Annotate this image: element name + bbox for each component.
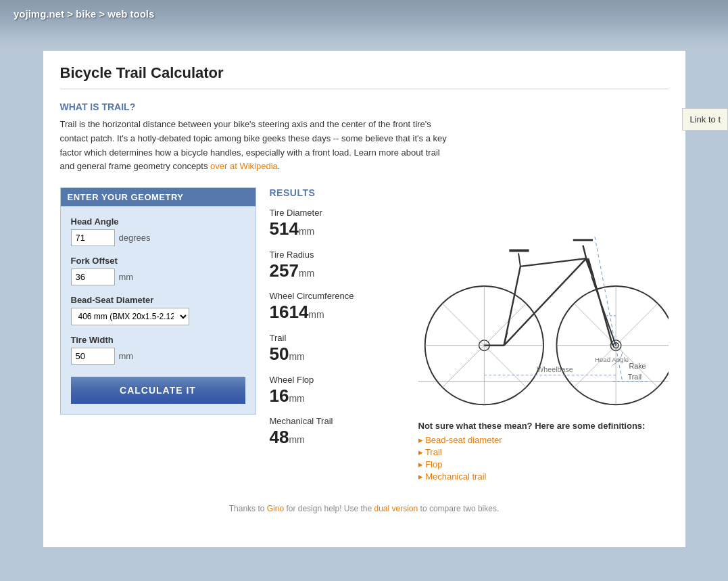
def-link-flop[interactable]: Flop	[418, 459, 669, 469]
input-panel: ENTER YOUR GEOMETRY Head Angle degrees F…	[60, 187, 256, 415]
what-is-trail-heading: WHAT IS TRAIL?	[60, 101, 669, 112]
tire-width-group: Tire Width mm	[71, 335, 245, 365]
footer: Thanks to Gino for design help! Use the …	[60, 504, 669, 527]
tire-width-label: Tire Width	[71, 335, 245, 345]
svg-line-15	[504, 258, 586, 346]
bike-diagram: Rake Trail Wheelbase Head Angle	[418, 187, 669, 411]
svg-line-14	[520, 258, 585, 266]
bead-seat-group: Bead-Seat Diameter 406 mm (BMX 20x1.5-2.…	[71, 295, 245, 325]
head-angle-group: Head Angle degrees	[71, 216, 245, 246]
form-header: ENTER YOUR GEOMETRY	[61, 188, 256, 206]
result-trail: Trail 50mm	[270, 333, 405, 364]
diagram-section: Rake Trail Wheelbase Head Angle Not sure…	[418, 187, 669, 484]
tire-width-input[interactable]	[71, 348, 115, 365]
fork-offset-label: Fork Offset	[71, 256, 245, 266]
result-wheel-flop-value: 16mm	[270, 386, 405, 406]
fork-offset-input[interactable]	[71, 269, 115, 285]
definitions-heading: Not sure what these mean? Here are some …	[418, 421, 669, 431]
result-tire-radius: Tire Radius 257mm	[270, 250, 405, 281]
result-mechanical-trail-label: Mechanical Trail	[270, 416, 405, 426]
svg-line-21	[583, 246, 586, 258]
result-wheel-circumference-label: Wheel Circumference	[270, 291, 405, 301]
footer-text-before: Thanks to	[229, 504, 267, 513]
results-panel: RESULTS Tire Diameter 514mm Tire Radius …	[270, 187, 405, 458]
fork-offset-group: Fork Offset mm	[71, 256, 245, 285]
svg-text:Wheelbase: Wheelbase	[537, 365, 573, 373]
def-link-bead-seat[interactable]: Bead-seat diameter	[418, 435, 669, 445]
svg-text:Head Angle: Head Angle	[594, 356, 628, 363]
result-trail-label: Trail	[270, 333, 405, 343]
def-link-trail[interactable]: Trail	[418, 447, 669, 457]
results-heading: RESULTS	[270, 187, 405, 198]
def-link-mechanical-trail[interactable]: Mechanical trail	[418, 471, 669, 482]
result-mechanical-trail: Mechanical Trail 48mm	[270, 416, 405, 447]
result-tire-diameter-value: 514mm	[270, 219, 405, 239]
result-trail-value: 50mm	[270, 344, 405, 364]
svg-line-23	[518, 254, 520, 266]
head-angle-label: Head Angle	[71, 216, 245, 227]
geometry-form: ENTER YOUR GEOMETRY Head Angle degrees F…	[60, 187, 256, 415]
result-tire-diameter: Tire Diameter 514mm	[270, 208, 405, 239]
footer-text-after: to compare two bikes.	[418, 504, 499, 513]
svg-text:Trail: Trail	[627, 373, 641, 381]
description-text: Trail is the horizontal distance between…	[60, 118, 452, 174]
dual-version-link[interactable]: dual version	[374, 504, 418, 513]
bead-seat-select[interactable]: 406 mm (BMX 20x1.5-2.125) 559 mm (26" mo…	[71, 308, 189, 325]
result-wheel-circumference-value: 1614mm	[270, 302, 405, 322]
result-tire-diameter-label: Tire Diameter	[270, 208, 405, 218]
breadcrumb: yojimg.net > bike > web tools	[14, 8, 154, 20]
fork-offset-unit: mm	[119, 272, 134, 282]
svg-text:Rake: Rake	[629, 362, 646, 370]
wikipedia-link[interactable]: over at Wikipedia	[210, 161, 278, 171]
head-angle-input[interactable]	[71, 229, 115, 246]
result-wheel-flop-label: Wheel Flop	[270, 375, 405, 385]
result-wheel-flop: Wheel Flop 16mm	[270, 375, 405, 406]
footer-text-middle: for design help! Use the	[284, 504, 374, 513]
result-wheel-circumference: Wheel Circumference 1614mm	[270, 291, 405, 322]
result-tire-radius-value: 257mm	[270, 261, 405, 281]
tire-width-unit: mm	[119, 351, 134, 361]
header-banner: yojimg.net > bike > web tools	[0, 0, 728, 51]
gino-link[interactable]: Gino	[267, 504, 284, 513]
result-mechanical-trail-value: 48mm	[270, 427, 405, 447]
link-to-button[interactable]: Link to t	[682, 108, 728, 131]
calculate-button[interactable]: CALCULATE IT	[71, 377, 245, 404]
definitions-section: Not sure what these mean? Here are some …	[418, 421, 669, 482]
head-angle-unit: degrees	[119, 233, 151, 243]
bead-seat-label: Bead-Seat Diameter	[71, 295, 245, 305]
result-tire-radius-label: Tire Radius	[270, 250, 405, 260]
page-title: Bicycle Trail Calculator	[60, 64, 669, 89]
